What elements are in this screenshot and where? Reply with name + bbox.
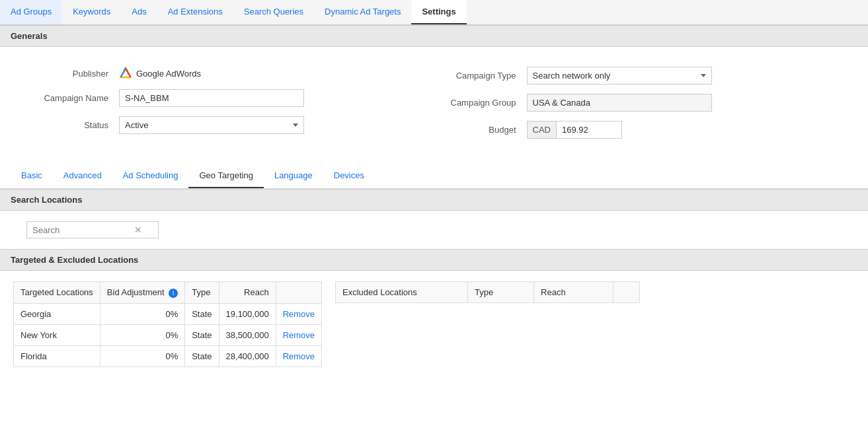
excluded-col-type: Type: [468, 282, 534, 303]
remove-link-new-york[interactable]: Remove: [283, 330, 315, 340]
targeted-bid-adj-2: 0%: [100, 345, 184, 367]
targeted-action-2: Remove: [276, 345, 321, 367]
publisher-row: Publisher Google AdWords: [26, 67, 434, 80]
generals-section: Generals Publisher: [0, 25, 868, 158]
generals-left-col: Publisher Google AdWords: [26, 67, 434, 139]
sub-tab-advanced[interactable]: Advanced: [53, 164, 112, 188]
generals-content: Publisher Google AdWords: [0, 47, 868, 158]
excluded-col-action: [613, 282, 640, 303]
table-row: Georgia 0% State 19,100,000 Remove: [14, 303, 322, 324]
status-row: Status Active Paused Removed: [26, 116, 434, 134]
search-clear-icon[interactable]: ✕: [134, 225, 142, 235]
sub-tab-basic[interactable]: Basic: [11, 164, 53, 188]
campaign-type-row: Campaign Type Search network only Displa…: [434, 67, 842, 85]
targeted-location-2: Florida: [14, 345, 100, 367]
tab-keywords[interactable]: Keywords: [62, 0, 121, 24]
targeted-reach-2: 28,400,000: [219, 345, 276, 367]
remove-link-florida[interactable]: Remove: [283, 351, 315, 361]
sub-tab-devices[interactable]: Devices: [323, 164, 375, 188]
remove-link-georgia[interactable]: Remove: [283, 309, 315, 319]
campaign-group-label: Campaign Group: [434, 98, 527, 108]
budget-input[interactable]: [556, 121, 622, 139]
budget-row: Budget CAD: [434, 121, 842, 139]
targeted-location-1: New York: [14, 324, 100, 345]
tab-ad-extensions[interactable]: Ad Extensions: [157, 0, 233, 24]
excluded-locations-wrapper: Excluded Locations Type Reach: [335, 281, 640, 367]
targeted-excluded-header: Targeted & Excluded Locations: [0, 249, 868, 271]
campaign-type-label: Campaign Type: [434, 71, 527, 81]
tab-dynamic-ad-targets[interactable]: Dynamic Ad Targets: [314, 0, 411, 24]
targeted-col-bid-adj: Bid Adjustment i: [100, 282, 184, 304]
locations-content: Targeted Locations Bid Adjustment i Type…: [0, 271, 868, 378]
campaign-name-row: Campaign Name: [26, 89, 434, 107]
generals-form: Publisher Google AdWords: [26, 60, 842, 145]
sub-tab-language[interactable]: Language: [264, 164, 323, 188]
targeted-bid-adj-1: 0%: [100, 324, 184, 345]
targeted-type-2: State: [185, 345, 219, 367]
tab-search-queries[interactable]: Search Queries: [233, 0, 314, 24]
campaign-type-select[interactable]: Search network only Display Network only…: [527, 67, 712, 85]
search-locations-header: Search Locations: [0, 189, 868, 211]
targeted-reach-1: 38,500,000: [219, 324, 276, 345]
targeted-col-type: Type: [185, 282, 219, 304]
targeted-type-1: State: [185, 324, 219, 345]
sub-tabs-bar: Basic Advanced Ad Scheduling Geo Targeti…: [0, 164, 868, 189]
top-tabs-bar: Ad Groups Keywords Ads Ad Extensions Sea…: [0, 0, 868, 25]
svg-line-3: [126, 69, 131, 78]
budget-wrapper: CAD: [527, 121, 622, 139]
publisher-name: Google AdWords: [136, 69, 201, 79]
publisher-value-wrapper: Google AdWords: [119, 67, 201, 80]
targeted-col-location: Targeted Locations: [14, 282, 100, 304]
adwords-icon: [119, 67, 132, 80]
targeted-action-1: Remove: [276, 324, 321, 345]
targeted-type-0: State: [185, 303, 219, 324]
sub-tab-geo-targeting[interactable]: Geo Targeting: [188, 164, 263, 188]
budget-label: Budget: [434, 125, 527, 135]
bid-adj-info-icon[interactable]: i: [169, 289, 178, 298]
status-label: Status: [26, 120, 119, 130]
targeted-locations-table: Targeted Locations Bid Adjustment i Type…: [13, 281, 322, 367]
tab-ads[interactable]: Ads: [121, 0, 157, 24]
targeted-excluded-section: Targeted & Excluded Locations Targeted L…: [0, 249, 868, 378]
targeted-reach-0: 19,100,000: [219, 303, 276, 324]
campaign-name-label: Campaign Name: [26, 93, 119, 103]
tab-settings[interactable]: Settings: [411, 0, 466, 24]
search-input[interactable]: [32, 225, 132, 235]
budget-currency: CAD: [527, 121, 556, 139]
tab-ad-groups[interactable]: Ad Groups: [0, 0, 62, 24]
publisher-label: Publisher: [26, 69, 119, 79]
targeted-col-reach: Reach: [219, 282, 276, 304]
sub-tab-ad-scheduling[interactable]: Ad Scheduling: [112, 164, 189, 188]
campaign-group-row: Campaign Group: [434, 94, 842, 112]
excluded-col-reach: Reach: [534, 282, 613, 303]
status-select[interactable]: Active Paused Removed: [119, 116, 304, 134]
search-locations-section: Search Locations ✕: [0, 189, 868, 249]
targeted-col-action: [276, 282, 321, 304]
targeted-action-0: Remove: [276, 303, 321, 324]
generals-header: Generals: [0, 25, 868, 47]
targeted-location-0: Georgia: [14, 303, 100, 324]
campaign-group-input: [527, 94, 712, 112]
search-locations-content: ✕: [0, 211, 868, 249]
search-input-wrapper[interactable]: ✕: [26, 221, 159, 238]
table-row: New York 0% State 38,500,000 Remove: [14, 324, 322, 345]
targeted-locations-wrapper: Targeted Locations Bid Adjustment i Type…: [13, 281, 322, 367]
excluded-locations-table: Excluded Locations Type Reach: [335, 281, 640, 303]
svg-line-2: [121, 69, 126, 78]
campaign-name-input[interactable]: [119, 89, 304, 107]
excluded-col-location: Excluded Locations: [336, 282, 468, 303]
generals-right-col: Campaign Type Search network only Displa…: [434, 67, 842, 139]
targeted-bid-adj-0: 0%: [100, 303, 184, 324]
table-row: Florida 0% State 28,400,000 Remove: [14, 345, 322, 367]
